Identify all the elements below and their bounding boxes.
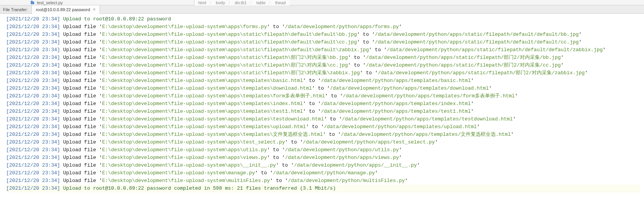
log-text: Upload file ' [63,155,102,160]
log-source-path: E:\desktop\development\file-upload-syste… [102,78,303,83]
open-file-name[interactable]: test_select.py [37,0,63,5]
breadcrumb-item[interactable]: thead [274,0,287,5]
log-text: ' to ' [324,116,342,122]
log-dest-path: /data/development/python/apps/static/fil… [387,47,603,53]
log-dest-path: /data/development/python/manage.py [273,170,375,176]
log-upload-line: [2021/12/20 23:34] Upload file 'E:\deskt… [6,123,640,131]
log-upload-line: [2021/12/20 23:34] Upload file 'E:\deskt… [6,177,640,185]
log-dest-path: /data/development/python/apps/templates/… [324,124,477,130]
log-source-path: E:\desktop\development\file-upload-syste… [102,70,360,76]
log-source-path: E:\desktop\development\file-upload-syste… [102,155,267,160]
breadcrumb-item[interactable]: html [198,0,207,5]
log-text: ' [471,109,474,114]
log-timestamp: [2021/12/20 23:34] [6,24,63,30]
log-dest-path: /data/development/python/apps/utils.py [285,147,399,153]
log-timestamp: [2021/12/20 23:34] [6,39,63,45]
file-transfer-log[interactable]: [2021/12/20 23:34] Upload to root@10.0.0… [0,14,644,207]
log-text: Upload file ' [63,47,102,53]
log-text: Upload file ' [63,70,102,76]
log-timestamp: [2021/12/20 23:34] [6,116,63,122]
log-text: ' to ' [360,70,378,76]
log-text: ' to ' [325,93,343,99]
python-file-icon [31,1,35,5]
log-source-path: E:\desktop\development\file-upload-syste… [102,170,255,176]
log-dest-path: /data/development/python/apps/templates/… [321,78,471,83]
log-text: ' [579,39,582,45]
log-timestamp: [2021/12/20 23:34] [6,155,63,160]
log-timestamp: [2021/12/20 23:34] [6,16,63,22]
log-source-path: E:\desktop\development\file-upload-syste… [102,24,267,30]
log-text: ' to ' [285,139,303,145]
log-upload-line: [2021/12/20 23:34] Upload file 'E:\deskt… [6,108,640,115]
log-dest-path: /data/development/python/apps/templates/… [321,109,471,114]
log-upload-line: [2021/12/20 23:34] Upload file 'E:\deskt… [6,169,640,177]
log-text: ' to ' [348,55,366,60]
log-source-path: E:\desktop\development\file-upload-syste… [102,139,285,145]
close-icon[interactable]: ✕ [93,7,96,12]
log-timestamp: [2021/12/20 23:34] [6,124,63,130]
log-text: ' to ' [369,47,387,53]
log-text: Upload file ' [63,132,102,137]
log-dest-path: /data/development/python/apps/templates/… [343,93,515,99]
log-text: Upload file ' [63,93,102,99]
log-timestamp: [2021/12/20 23:34] [6,78,63,83]
log-upload-line: [2021/12/20 23:34] Upload file 'E:\deskt… [6,146,640,154]
log-header-text: Upload to root@10.0.0.89:22 password [63,16,171,22]
log-summary-text: Upload to root@10.0.0.89:22 password com… [63,185,336,191]
log-timestamp: [2021/12/20 23:34] [6,185,63,191]
log-text: ' to ' [303,78,321,83]
log-text: Upload file ' [63,139,102,145]
log-text: ' to ' [306,124,324,130]
log-dest-path: /data/development/python/apps/forms.py [285,24,399,30]
breadcrumb-item[interactable]: table [256,0,266,5]
log-text: ' to ' [267,155,285,160]
log-timestamp: [2021/12/20 23:34] [6,85,63,91]
log-source-path: E:\desktop\development\file-upload-syste… [102,47,369,53]
log-dest-path: /data/development/python/apps/static/fil… [366,55,561,60]
log-text: ' [399,155,402,160]
log-text: Upload file ' [63,147,102,153]
log-text: ' [471,78,474,83]
log-source-path: E:\desktop\development\file-upload-syste… [102,101,303,107]
log-timestamp: [2021/12/20 23:34] [6,32,63,37]
file-transfer-tab[interactable]: root@10.0.0.89:22 password ✕ [32,5,100,14]
log-text: Upload file ' [63,101,102,107]
tab-title: root@10.0.0.89:22 password [36,7,90,12]
log-source-path: E:\desktop\development\file-upload-syste… [102,132,323,137]
log-upload-line: [2021/12/20 23:34] Upload file 'E:\deskt… [6,62,640,69]
log-text: Upload file ' [63,24,102,30]
log-text: ' [513,116,516,122]
log-text: Upload file ' [63,78,102,83]
log-text: Upload file ' [63,124,102,130]
svg-rect-1 [31,1,33,2]
log-timestamp: [2021/12/20 23:34] [6,147,63,153]
log-text: ' [477,124,480,130]
log-source-path: E:\desktop\development\file-upload-syste… [102,32,357,37]
log-text: ' [561,55,564,60]
log-dest-path: /data/development/python/apps/static/fil… [378,70,584,76]
log-text: ' [471,101,474,107]
log-text: Upload file ' [63,178,102,184]
log-dest-path: /data/development/python/apps/static/fil… [375,39,579,45]
log-text: ' [375,170,378,176]
log-text: ' to ' [267,24,285,30]
log-dest-path: /data/development/python/apps/templates/… [341,132,511,137]
log-text: ' to ' [255,170,273,176]
log-upload-line: [2021/12/20 23:34] Upload file 'E:\deskt… [6,115,640,123]
log-text: ' [515,93,518,99]
log-text: ' to ' [276,162,294,168]
breadcrumb-item[interactable]: div.tb1 [234,0,248,5]
log-text: ' to ' [312,85,330,91]
log-text: ' to ' [323,132,341,137]
log-text: ' [489,85,492,91]
log-upload-line: [2021/12/20 23:34] Upload file 'E:\deskt… [6,92,640,100]
log-source-path: E:\desktop\development\file-upload-syste… [102,93,325,99]
breadcrumb-separator-icon: 〉 [209,0,213,5]
log-upload-line: [2021/12/20 23:34] Upload file 'E:\deskt… [6,23,640,31]
log-dest-path: /data/development/python/apps/templates/… [342,116,513,122]
log-text: Upload file ' [63,170,102,176]
log-timestamp: [2021/12/20 23:34] [6,170,63,176]
log-upload-line: [2021/12/20 23:34] Upload file 'E:\deskt… [6,85,640,92]
log-upload-line: [2021/12/20 23:34] Upload file 'E:\deskt… [6,46,640,54]
breadcrumb-item[interactable]: body [215,0,226,5]
